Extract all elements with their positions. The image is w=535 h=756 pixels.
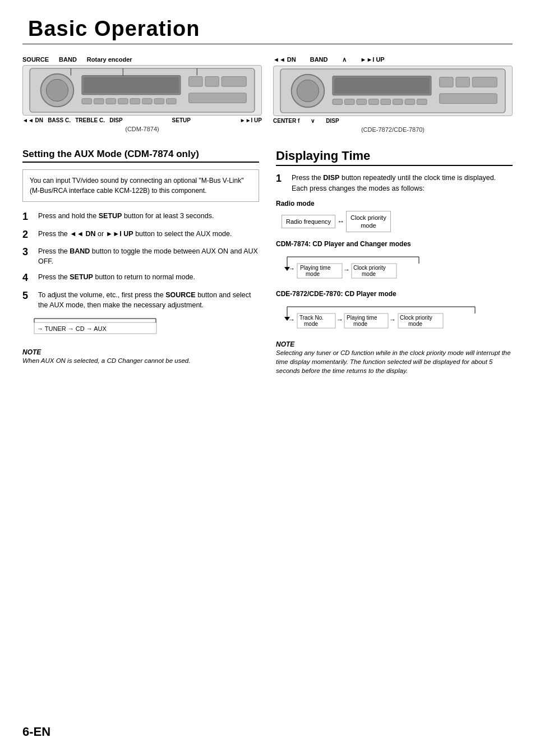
svg-rect-13 <box>189 77 202 87</box>
svg-text:→: → <box>288 316 295 324</box>
step-2: 2 Press the ◄◄ DN or ►►I UP button to se… <box>22 229 259 241</box>
disp-note-label: NOTE <box>276 340 294 348</box>
main-content: Setting the AUX Mode (CDM-7874 only) You… <box>22 149 513 375</box>
svg-rect-33 <box>440 77 453 87</box>
disp-section-title: Displaying Time <box>276 149 513 166</box>
disp-section: Displaying Time 1 Press the DISP button … <box>276 149 513 375</box>
svg-rect-34 <box>456 77 469 87</box>
disp-note-text: Selecting any tuner or CD function while… <box>276 349 511 374</box>
step-5: 5 To adjust the volume, etc., first pres… <box>22 290 259 310</box>
svg-rect-6 <box>94 99 104 104</box>
step-3: 3 Press the BAND button to toggle the mo… <box>22 246 259 266</box>
svg-text:→: → <box>389 316 396 324</box>
radio-box2: Clock prioritymode <box>346 211 391 233</box>
svg-text:Playing time: Playing time <box>300 265 331 271</box>
tuner-flow-container: → TUNER → CD → AUX <box>34 318 259 340</box>
svg-rect-24 <box>334 78 430 94</box>
svg-text:Clock priority: Clock priority <box>353 265 386 271</box>
cde-flow-svg: → Track No. mode → Playing time mode → C… <box>282 301 483 332</box>
left-diagram-labels-bottom: ◄◄ DN BASS C. TREBLE C. DISP SETUP ►►I U… <box>22 117 262 123</box>
svg-rect-11 <box>154 99 164 104</box>
tuner-flow-svg: → TUNER → CD → AUX <box>34 318 157 338</box>
page-title: Basic Operation <box>22 17 513 45</box>
cdm-mode-label: CDM-7874: CD Player and Changer modes <box>276 240 513 248</box>
svg-rect-5 <box>82 99 92 104</box>
left-diagram-caption: (CDM-7874) <box>22 126 262 132</box>
radio-mode-label: Radio mode <box>276 200 513 208</box>
step-2-text: Press the ◄◄ DN or ►►I UP button to sele… <box>38 229 232 239</box>
step-3-num: 3 <box>22 246 33 259</box>
step-1-text: Press and hold the SETUP button for at l… <box>38 211 214 221</box>
radio-mode-section: Radio mode Radio frequency ↔ Clock prior… <box>276 200 513 233</box>
svg-rect-7 <box>106 99 116 104</box>
label-band: BAND <box>59 56 77 63</box>
label-setup: SETUP <box>172 117 191 123</box>
svg-rect-36 <box>440 94 497 104</box>
left-device-image <box>22 65 262 116</box>
cdm-flow-svg: → Playing time mode → Clock priority mod… <box>282 251 427 282</box>
svg-point-22 <box>297 80 319 102</box>
label-fwd: ►►I UP <box>361 56 385 63</box>
label-up-arrow: ∧ <box>342 56 347 63</box>
svg-text:→: → <box>336 316 343 324</box>
aux-steps-list: 1 Press and hold the SETUP button for at… <box>22 211 259 310</box>
svg-text:→: → <box>288 265 295 273</box>
radio-arrow: ↔ <box>335 217 346 225</box>
aux-note: NOTE When AUX ON is selected, a CD Chang… <box>22 348 259 365</box>
svg-rect-25 <box>333 99 343 105</box>
svg-rect-8 <box>118 99 128 104</box>
svg-rect-31 <box>405 99 415 105</box>
step-2-num: 2 <box>22 229 33 241</box>
disp-step-1: 1 Press the DISP button repeatedly until… <box>276 173 513 194</box>
diagram-section: SOURCE BAND Rotary encoder <box>22 56 513 133</box>
right-diagram: ◄◄ DN BAND ∧ ►►I UP <box>273 56 513 133</box>
label-down-arrow: ∨ <box>311 118 315 124</box>
cde-mode-label: CDE-7872/CDE-7870: CD Player mode <box>276 290 513 298</box>
svg-text:Clock priority: Clock priority <box>400 315 432 321</box>
right-diagram-labels-top: ◄◄ DN BAND ∧ ►►I UP <box>273 56 513 63</box>
svg-rect-28 <box>368 99 379 105</box>
label-center-f: CENTER f <box>273 118 299 124</box>
step-5-text: To adjust the volume, etc., first press … <box>38 290 259 310</box>
left-diagram-labels-top: SOURCE BAND Rotary encoder <box>22 56 262 63</box>
aux-note-text: When AUX ON is selected, a CD Changer ca… <box>22 357 190 364</box>
svg-rect-16 <box>189 93 247 103</box>
svg-rect-14 <box>205 77 219 87</box>
step-5-num: 5 <box>22 290 33 302</box>
page-number: 6-EN <box>22 725 50 739</box>
svg-rect-9 <box>130 99 140 104</box>
disp-step-1-num: 1 <box>276 173 286 194</box>
svg-rect-27 <box>357 99 367 105</box>
radio-box1: Radio frequency <box>282 215 335 228</box>
right-diagram-caption: (CDE-7872/CDE-7870) <box>273 126 513 133</box>
svg-rect-10 <box>142 99 153 104</box>
svg-rect-29 <box>381 99 391 105</box>
label-band2: BAND <box>310 56 328 63</box>
cdm-mode-section: CDM-7874: CD Player and Changer modes → … <box>276 240 513 282</box>
label-source: SOURCE <box>22 56 49 63</box>
aux-section-title: Setting the AUX Mode (CDM-7874 only) <box>22 149 259 163</box>
svg-rect-32 <box>417 99 427 105</box>
svg-text:mode: mode <box>304 321 318 327</box>
step-1: 1 Press and hold the SETUP button for at… <box>22 211 259 223</box>
svg-rect-4 <box>84 77 179 93</box>
svg-text:mode: mode <box>408 321 422 327</box>
disp-note: NOTE Selecting any tuner or CD function … <box>276 340 513 375</box>
step-4-text: Press the SETUP button to return to norm… <box>38 272 195 282</box>
svg-text:→ TUNER → CD → AUX: → TUNER → CD → AUX <box>37 325 107 332</box>
label-bottom-left: ◄◄ DN BASS C. TREBLE C. DISP <box>22 117 123 123</box>
svg-point-2 <box>46 79 68 101</box>
svg-text:mode: mode <box>306 271 320 277</box>
step-1-num: 1 <box>22 211 33 223</box>
cde-mode-section: CDE-7872/CDE-7870: CD Player mode → Trac… <box>276 290 513 332</box>
step-4: 4 Press the SETUP button to return to no… <box>22 272 259 284</box>
radio-flow: Radio frequency ↔ Clock prioritymode <box>282 211 513 233</box>
aux-note-label: NOTE <box>22 348 41 356</box>
svg-rect-26 <box>344 99 354 105</box>
svg-rect-35 <box>472 77 497 87</box>
disp-step-1-content: Press the DISP button repeatedly until t… <box>292 173 496 194</box>
svg-text:Track No.: Track No. <box>299 315 324 321</box>
left-diagram: SOURCE BAND Rotary encoder <box>22 56 262 133</box>
svg-text:mode: mode <box>353 321 367 327</box>
label-rotary: Rotary encoder <box>87 56 132 63</box>
